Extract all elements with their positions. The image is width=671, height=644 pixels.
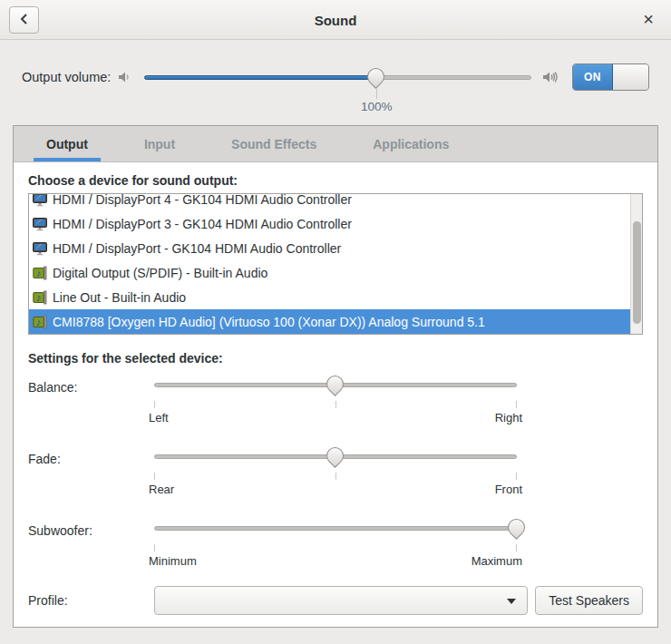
subwoofer-label: Subwoofer: (28, 516, 154, 538)
switch-knob[interactable] (613, 64, 648, 90)
subwoofer-scale-labels: Minimum Maximum (149, 554, 522, 568)
scale-mark-center (336, 401, 336, 408)
scrollbar-thumb[interactable] (633, 221, 641, 324)
headerbar: Sound × (0, 0, 671, 40)
device-settings-heading: Settings for the selected device: (28, 351, 643, 366)
output-tab-content: Choose a device for sound output: HDMI /… (14, 162, 657, 615)
output-volume-label: Output volume: (22, 70, 111, 84)
svg-text:♪: ♪ (36, 267, 42, 278)
balance-slider[interactable]: Left Right (154, 373, 517, 396)
profile-label: Profile: (28, 593, 154, 608)
device-label: CMI8788 [Oxygen HD Audio] (Virtuoso 100 … (53, 315, 485, 329)
monitor-icon (33, 193, 47, 207)
audio-card-icon: ♪ (33, 290, 47, 305)
volume-slider-stem (376, 89, 377, 99)
device-list-scrollbar[interactable] (630, 194, 642, 334)
balance-slider-handle[interactable] (323, 372, 347, 396)
fade-min-label: Rear (149, 483, 174, 496)
switch-on-label: ON (573, 64, 613, 90)
scale-mark-max (516, 544, 517, 551)
fade-label: Fade: (28, 444, 154, 466)
volume-slider-handle[interactable] (364, 64, 388, 89)
test-speakers-button[interactable]: Test Speakers (535, 586, 643, 615)
audio-card-icon: ♪ (33, 315, 47, 329)
output-device-list: HDMI / DisplayPort 4 - GK104 HDMI Audio … (28, 193, 643, 335)
volume-percent-label: 100% (361, 100, 393, 113)
subwoofer-max-label: Maximum (472, 554, 522, 568)
output-volume-row: Output volume: 100% ON (22, 63, 649, 91)
device-label: HDMI / DisplayPort 4 - GK104 HDMI Audio … (53, 193, 352, 207)
balance-max-label: Right (495, 411, 522, 424)
scale-mark-min (154, 401, 155, 408)
subwoofer-slider-handle[interactable] (504, 515, 529, 540)
device-label: HDMI / DisplayPort 3 - GK104 HDMI Audio … (53, 217, 352, 231)
balance-min-label: Left (149, 411, 169, 424)
speaker-high-icon (542, 70, 559, 84)
balance-label: Balance: (28, 373, 154, 395)
device-list-viewport: HDMI / DisplayPort 4 - GK104 HDMI Audio … (29, 193, 642, 334)
tab-applications[interactable]: Applications (360, 126, 462, 161)
scale-mark-max (516, 473, 517, 480)
fade-setting-row: Fade: Rear Front (28, 444, 643, 509)
window-title: Sound (0, 0, 671, 40)
tab-sound-effects[interactable]: Sound Effects (219, 126, 329, 161)
svg-text:♪: ♪ (36, 316, 42, 327)
subwoofer-slider[interactable]: Minimum Maximum (154, 516, 517, 540)
scale-mark-min (154, 473, 155, 480)
speaker-low-icon (118, 70, 133, 84)
device-row[interactable]: ♪ Line Out - Built-in Audio (29, 285, 642, 309)
output-volume-switch[interactable]: ON (572, 63, 649, 91)
dropdown-arrow-icon (507, 599, 516, 604)
fade-max-label: Front (495, 483, 522, 496)
device-label: Digital Output (S/PDIF) - Built-in Audio (53, 266, 267, 280)
profile-dropdown[interactable] (154, 586, 529, 615)
tab-output[interactable]: Output (34, 126, 101, 161)
device-label: HDMI / DisplayPort - GK104 HDMI Audio Co… (53, 241, 341, 256)
profile-row: Profile: Test Speakers (28, 586, 643, 615)
balance-scale-labels: Left Right (149, 411, 522, 424)
device-list-heading: Choose a device for sound output: (28, 173, 643, 188)
device-row-selected[interactable]: ♪ CMI8788 [Oxygen HD Audio] (Virtuoso 10… (29, 309, 642, 334)
tab-input[interactable]: Input (131, 126, 188, 161)
balance-setting-row: Balance: Left Right (28, 373, 643, 437)
monitor-icon (33, 217, 47, 231)
monitor-icon (33, 241, 47, 256)
fade-scale-labels: Rear Front (149, 483, 522, 496)
sound-settings-window: Sound × Output volume: 100% ON Output In… (0, 0, 671, 644)
scale-mark-max (516, 401, 517, 408)
svg-text:♪: ♪ (36, 291, 42, 302)
device-row[interactable]: HDMI / DisplayPort 3 - GK104 HDMI Audio … (29, 211, 642, 236)
device-row[interactable]: ♪ Digital Output (S/PDIF) - Built-in Aud… (29, 260, 642, 285)
scale-mark-center (336, 473, 336, 480)
audio-card-icon: ♪ (33, 266, 47, 280)
close-button[interactable]: × (635, 5, 662, 33)
device-row[interactable]: HDMI / DisplayPort 4 - GK104 HDMI Audio … (29, 193, 642, 211)
output-volume-slider[interactable]: 100% (144, 65, 531, 89)
subwoofer-slider-track[interactable] (154, 526, 517, 531)
settings-notebook: Output Input Sound Effects Applications … (13, 125, 658, 628)
subwoofer-min-label: Minimum (149, 554, 197, 568)
subwoofer-setting-row: Subwoofer: Minimum Maximum (28, 516, 643, 581)
scale-mark-min (154, 544, 155, 551)
fade-slider[interactable]: Rear Front (154, 444, 517, 468)
device-row[interactable]: HDMI / DisplayPort - GK104 HDMI Audio Co… (29, 236, 642, 260)
fade-slider-handle[interactable] (323, 444, 347, 468)
tab-bar: Output Input Sound Effects Applications (14, 126, 657, 162)
close-icon: × (643, 9, 654, 30)
device-label: Line Out - Built-in Audio (53, 290, 186, 305)
volume-slider-fill (144, 75, 376, 80)
